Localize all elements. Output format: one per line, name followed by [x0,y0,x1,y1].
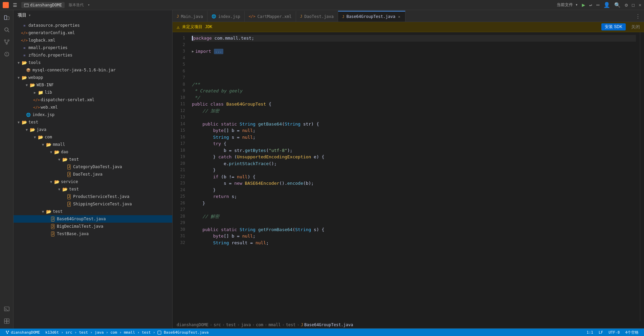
install-sdk-button[interactable]: 安装 SDK [601,23,626,30]
tree-item-webinf[interactable]: ▼ 📂 WEB-INF [14,81,172,89]
more-options-button[interactable]: ⋯ [596,2,600,8]
dropdown-arrow[interactable]: ▾ [88,3,90,7]
folder-test-service-icon: 📂 [62,186,68,192]
tree-label-BigDecimalTest: BigDecimalTest.java [57,224,103,229]
project-selector[interactable]: dianshangDOME [21,2,65,8]
status-encoding[interactable]: UTF-8 [606,330,622,335]
code-line-blank2 [192,220,636,226]
tree-item-mysql-jar[interactable]: 📦 mysql-connector-java-5.1.6-bin.jar [14,66,172,74]
warning-close-button[interactable]: 关闭 [631,24,640,30]
folder-java-icon: 📂 [30,127,35,132]
tree-item-DaoTest[interactable]: J DaoTest.java [14,171,172,178]
tree-item-test-root[interactable]: ▼ 📂 test [14,118,172,126]
tree-item-test-dao[interactable]: ▼ 📂 test [14,156,172,163]
search-icon[interactable]: 🔍 [614,2,621,8]
code-content[interactable]: package com.mmall.test; ▶import ... /** … [188,32,640,321]
tree-label-datasource: datasource.properties [28,23,80,28]
tab-close-base64[interactable]: ✕ [397,14,401,19]
breadcrumb-test[interactable]: test [226,322,236,327]
tree-item-lib[interactable]: ▶ 📁 lib [14,89,172,96]
status-position[interactable]: 1:1 [584,330,596,335]
sidebar-dropdown[interactable]: ▾ [28,13,31,18]
folder-test-dao-icon: 📂 [62,157,68,162]
project-name: dianshangDOME [30,3,62,7]
tree-item-TestBase[interactable]: J TestBase.java [14,230,172,238]
properties-file-icon: ≡ [22,23,27,28]
current-file-selector[interactable]: 当前文件 ▾ [557,2,578,8]
tabs-more-button[interactable]: ⋮ [632,11,644,22]
tree-item-ProductServiceTest[interactable]: J ProductServiceTest.java [14,193,172,200]
code-line-19: e.printStackTrace(); [192,160,636,167]
tree-item-test-base[interactable]: ▼ 📂 test [14,208,172,215]
tree-item-logback[interactable]: </> logback.xml [14,37,172,44]
status-indent[interactable]: 4个空格 [622,330,641,335]
status-git[interactable]: dianshangDOME [3,329,43,336]
status-line-ending[interactable]: LF [596,330,606,335]
tree-item-BigDecimalTest[interactable]: J BigDecimalTest.java [14,223,172,230]
breadcrumb-dianshangDOME[interactable]: dianshangDOME [177,322,208,327]
activity-git[interactable] [2,37,12,47]
rerun-button[interactable]: ↩ [589,2,592,8]
tree-item-webxml[interactable]: </> web.xml [14,104,172,111]
tab-cartmapper[interactable]: </> CartMapper.xml [245,11,296,22]
tree-label-webinf: WEB-INF [37,83,54,87]
user-icon[interactable]: 👤 [603,2,610,8]
chevron-webapp: ▼ [18,76,22,80]
breadcrumb-test2[interactable]: test [286,322,296,327]
chevron-test-base: ▼ [42,210,46,214]
fold-arrow-3[interactable]: ▶ [192,49,194,54]
close-icon[interactable]: ✕ [639,2,641,7]
tree-item-Base64GroupTest[interactable]: J Base64GroupTest.java [14,215,172,223]
code-line-1: package com.mmall.test; [192,35,636,42]
activity-extensions[interactable] [2,316,12,326]
breadcrumb-file[interactable]: JBase64GroupTest.java [301,322,353,327]
tree-item-com[interactable]: ▼ 📂 com [14,133,172,141]
minimap [640,32,644,321]
tab-main-java[interactable]: J Main.java [173,11,207,22]
code-line-15: String s = null; [192,134,636,141]
tab-base64grouptest[interactable]: J Base64GroupTest.java ✕ [338,11,405,22]
window-restore-icon[interactable]: □ [632,2,635,7]
tab-icon-base64: J [342,15,345,19]
breadcrumb-src[interactable]: src [214,322,221,327]
tree-label-test-dao: test [69,157,79,162]
tree-item-test-service[interactable]: ▼ 📂 test [14,185,172,193]
settings-icon[interactable]: ⚙ [625,2,628,8]
run-button[interactable]: ▶ [582,2,585,8]
tab-label-cartmapper: CartMapper.xml [258,14,292,19]
tree-item-zfbinfo[interactable]: ≡ zfbinfo.properties [14,51,172,59]
activity-explorer[interactable] [2,13,12,22]
tree-item-generatorConfig[interactable]: </> generatorConfig.xml [14,29,172,37]
tree-label-test-base: test [53,209,63,214]
tree-item-ShippingServiceTest[interactable]: J ShippingServiceTest.java [14,200,172,208]
import-ellipsis[interactable]: ... [214,49,223,54]
tree-item-service[interactable]: ▼ 📂 service [14,178,172,185]
activity-debug[interactable] [2,49,12,59]
line-numbers: 1 2 3 4 5 6 7 8 9 10 11 12 13 14 15 16 1… [173,32,188,321]
tab-index-jsp[interactable]: 🌐 index.jsp [207,11,245,22]
tree-item-CategoryDaoTest[interactable]: J CategoryDaoTest.java [14,163,172,171]
tree-label-logback: logback.xml [28,38,55,43]
status-path[interactable]: k13d6t › src › test › java › com › mmall… [43,329,211,336]
menu-hamburger[interactable]: ☰ [12,2,19,8]
tree-item-indexjsp[interactable]: 🌐 index.jsp [14,111,172,118]
breadcrumb-mmall[interactable]: mmall [268,322,281,327]
activity-search[interactable] [2,25,12,35]
tab-label-indexjsp: index.jsp [218,14,240,19]
tree-item-datasource[interactable]: ≡ datasource.properties [14,22,172,29]
tree-item-mmall[interactable]: ▼ 📂 mmall [14,141,172,148]
svg-point-22 [7,333,8,334]
breadcrumb-com[interactable]: com [256,322,263,327]
tab-daotest[interactable]: J DaoTest.java [296,11,338,22]
tree-item-tools[interactable]: ▼ 📂 tools [14,59,172,66]
tree-item-mmall-props[interactable]: ≡ mmall.properties [14,44,172,51]
activity-terminal[interactable] [2,304,12,314]
breadcrumb-java[interactable]: java [241,322,251,327]
tree-item-dispatcher[interactable]: </> dispatcher-servlet.xml [14,96,172,104]
tree-item-java-root[interactable]: ▼ 📂 java [14,126,172,133]
tree-item-dao[interactable]: ▼ 📂 dao [14,148,172,156]
tree-item-webapp[interactable]: ▼ 📂 webapp [14,74,172,81]
project-icon [24,3,29,7]
tab-icon-jsp: 🌐 [212,14,216,19]
svg-rect-2 [7,17,9,20]
